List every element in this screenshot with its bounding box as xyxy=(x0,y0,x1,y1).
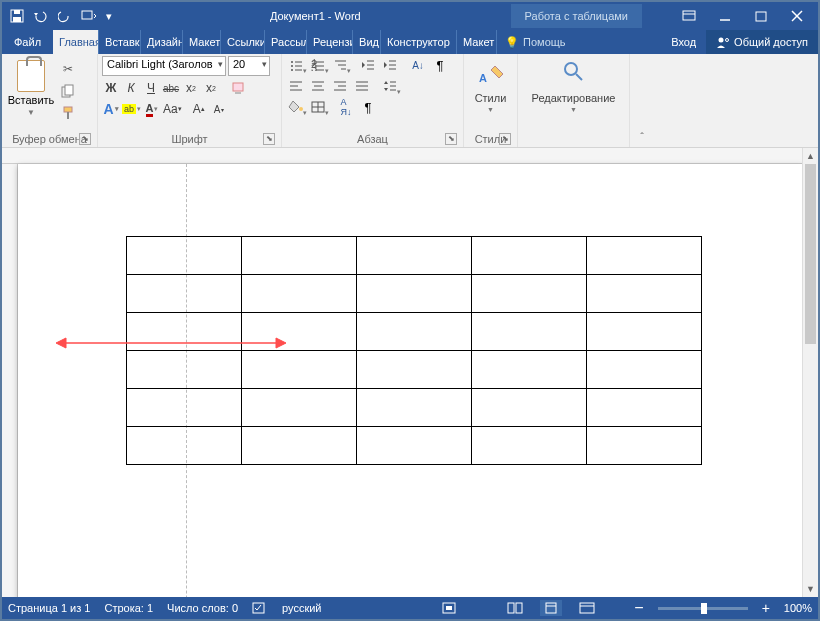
strikethrough-button[interactable]: abc xyxy=(162,79,180,97)
page-number-status[interactable]: Страница 1 из 1 xyxy=(8,602,90,614)
svg-point-20 xyxy=(291,65,293,67)
multilevel-list-button[interactable] xyxy=(330,56,350,74)
bold-button[interactable]: Ж xyxy=(102,79,120,97)
paste-button[interactable]: Вставить ▼ xyxy=(6,56,56,122)
tab-layout[interactable]: Макет xyxy=(183,30,221,54)
styles-dialog-launcher[interactable]: ⬊ xyxy=(499,133,511,145)
align-left-button[interactable] xyxy=(286,77,306,95)
ribbon-display-button[interactable] xyxy=(672,5,706,27)
save-button[interactable] xyxy=(6,5,28,27)
zoom-slider-thumb[interactable] xyxy=(701,603,707,614)
person-icon xyxy=(716,36,730,48)
highlight-button[interactable]: ab xyxy=(122,100,141,118)
read-mode-button[interactable] xyxy=(504,600,526,616)
sort-az-button[interactable]: AЯ↓ xyxy=(336,98,356,116)
tab-review[interactable]: Рецензи xyxy=(307,30,353,54)
line-spacing-button[interactable] xyxy=(380,77,400,95)
borders-button[interactable] xyxy=(308,98,328,116)
tab-table-layout[interactable]: Макет xyxy=(457,30,497,54)
cut-button[interactable]: ✂ xyxy=(58,60,78,78)
zoom-in-button[interactable]: + xyxy=(762,600,770,616)
justify-button[interactable] xyxy=(352,77,372,95)
italic-button[interactable]: К xyxy=(122,79,140,97)
undo-button[interactable] xyxy=(30,5,52,27)
qat-customize-button[interactable]: ▾ xyxy=(102,5,116,27)
sign-in-button[interactable]: Вход xyxy=(661,30,706,54)
tab-insert[interactable]: Вставка xyxy=(99,30,141,54)
format-painter-button[interactable] xyxy=(58,104,78,122)
svg-text:A: A xyxy=(479,72,487,84)
change-case-button[interactable]: Aa▾ xyxy=(163,100,182,118)
zoom-level-button[interactable]: 100% xyxy=(784,602,812,614)
lightbulb-icon: 💡 xyxy=(505,36,519,49)
font-size-combo[interactable]: 20 xyxy=(228,56,270,76)
redo-button[interactable] xyxy=(54,5,76,27)
shading-button[interactable] xyxy=(286,98,306,116)
paragraph-dialog-launcher[interactable]: ⬊ xyxy=(445,133,457,145)
align-center-button[interactable] xyxy=(308,77,328,95)
clipboard-dialog-launcher[interactable]: ⬊ xyxy=(79,133,91,145)
qat-more-button[interactable] xyxy=(78,5,100,27)
svg-rect-67 xyxy=(546,603,556,613)
maximize-button[interactable] xyxy=(744,5,778,27)
print-layout-button[interactable] xyxy=(540,600,562,616)
align-right-button[interactable] xyxy=(330,77,350,95)
tab-design[interactable]: Дизайн xyxy=(141,30,183,54)
superscript-button[interactable]: x2 xyxy=(202,79,220,97)
tab-table-design[interactable]: Конструктор xyxy=(381,30,457,54)
decrease-indent-button[interactable] xyxy=(358,56,378,74)
word-count-status[interactable]: Число слов: 0 xyxy=(167,602,238,614)
group-paragraph: 123 A↓ ¶ AЯ↓ ¶ xyxy=(282,54,464,147)
zoom-slider[interactable] xyxy=(658,607,748,610)
scroll-down-button[interactable]: ▼ xyxy=(803,581,818,597)
zoom-out-button[interactable]: − xyxy=(634,599,643,617)
title-bar: ▾ Документ1 - Word Работа с таблицами xyxy=(2,2,818,30)
font-name-combo[interactable]: Calibri Light (Заголов xyxy=(102,56,226,76)
underline-button[interactable]: Ч xyxy=(142,79,160,97)
styles-button[interactable]: A Стили ▼ xyxy=(468,56,513,117)
svg-rect-69 xyxy=(580,603,594,613)
shrink-font-button[interactable]: A▾ xyxy=(210,100,228,118)
editing-button[interactable]: Редактирование ▼ xyxy=(522,56,625,117)
line-number-status[interactable]: Строка: 1 xyxy=(104,602,153,614)
tab-view[interactable]: Вид xyxy=(353,30,381,54)
grow-font-button[interactable]: A▴ xyxy=(190,100,208,118)
svg-point-22 xyxy=(291,69,293,71)
horizontal-ruler[interactable] xyxy=(2,148,802,164)
scroll-up-button[interactable]: ▲ xyxy=(803,148,818,164)
bullets-button[interactable] xyxy=(286,56,306,74)
svg-rect-65 xyxy=(508,603,514,613)
document-page[interactable] xyxy=(18,164,804,597)
language-status[interactable]: русский xyxy=(282,602,321,614)
minimize-button[interactable] xyxy=(708,5,742,27)
document-table[interactable] xyxy=(126,236,702,465)
vertical-ruler[interactable] xyxy=(2,164,18,597)
sort-button[interactable]: A↓ xyxy=(408,56,428,74)
tab-file[interactable]: Файл xyxy=(2,30,53,54)
show-marks-button[interactable]: ¶ xyxy=(430,56,450,74)
tab-references[interactable]: Ссылки xyxy=(221,30,265,54)
paragraph-marks-button[interactable]: ¶ xyxy=(358,98,378,116)
subscript-button[interactable]: x2 xyxy=(182,79,200,97)
scroll-thumb[interactable] xyxy=(805,164,816,344)
close-button[interactable] xyxy=(780,5,814,27)
increase-indent-button[interactable] xyxy=(380,56,400,74)
font-dialog-launcher[interactable]: ⬊ xyxy=(263,133,275,145)
share-button[interactable]: Общий доступ xyxy=(706,30,818,54)
tab-home[interactable]: Главная xyxy=(53,30,99,54)
collapse-ribbon-button[interactable]: ˆ xyxy=(630,54,654,147)
styles-icon: A xyxy=(477,60,505,90)
copy-button[interactable] xyxy=(58,82,78,100)
font-color-button[interactable]: A xyxy=(143,100,161,118)
spellcheck-status[interactable] xyxy=(252,602,268,614)
clear-formatting-button[interactable] xyxy=(230,79,248,97)
text-effects-button[interactable]: A xyxy=(102,100,120,118)
numbering-button[interactable]: 123 xyxy=(308,56,328,74)
tab-mailings[interactable]: Рассыл xyxy=(265,30,307,54)
macro-status[interactable] xyxy=(442,602,456,614)
find-icon xyxy=(562,60,586,90)
vertical-scrollbar[interactable]: ▲ ▼ xyxy=(802,148,818,597)
window-controls xyxy=(672,5,818,27)
web-layout-button[interactable] xyxy=(576,600,598,616)
tell-me-search[interactable]: 💡Помощь xyxy=(497,30,574,54)
